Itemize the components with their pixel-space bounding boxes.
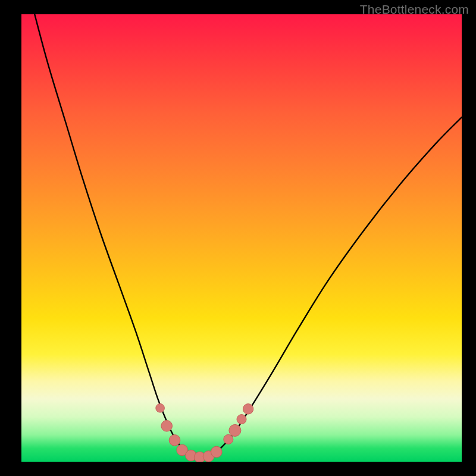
curve-marker <box>161 421 173 432</box>
curve-marker <box>224 434 233 444</box>
chart-frame: TheBottleneck.com <box>0 0 476 476</box>
watermark-text: TheBottleneck.com <box>360 2 469 17</box>
chart-svg <box>21 14 462 462</box>
chart-plot <box>21 14 462 462</box>
curve-marker <box>229 424 241 436</box>
curve-marker <box>156 404 165 413</box>
curve-marker <box>237 415 246 424</box>
curve-marker <box>211 446 223 458</box>
curve-marker <box>243 404 253 414</box>
curve-marker <box>169 435 180 446</box>
curve-markers <box>156 404 253 462</box>
bottleneck-curve <box>35 14 462 458</box>
